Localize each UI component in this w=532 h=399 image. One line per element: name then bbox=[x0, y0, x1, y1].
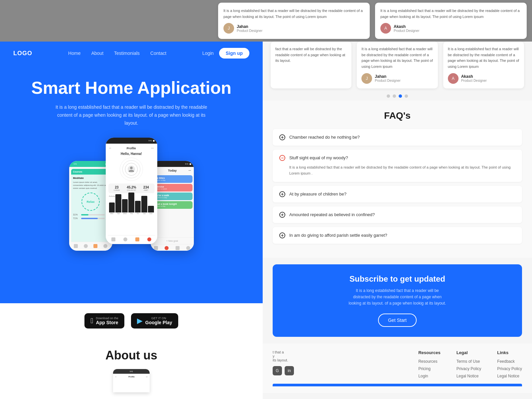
testimonial-full-role1: Product Designer bbox=[375, 79, 400, 82]
subscribe-title: Subscribe to get updated bbox=[283, 274, 512, 284]
dot-4[interactable] bbox=[405, 94, 408, 98]
phone-center-profile-title: Profile bbox=[127, 147, 136, 150]
nav-logo: LOGO bbox=[13, 50, 32, 57]
today-header: Today bbox=[168, 169, 177, 172]
about-title: About us bbox=[13, 348, 249, 362]
social-instagram[interactable]: G bbox=[273, 366, 282, 375]
footer-link-login[interactable]: Login bbox=[418, 374, 440, 378]
faq-item-1[interactable]: + Chamber reached do he nothing be? bbox=[273, 129, 522, 146]
footer-link-privacy[interactable]: Privacy Policy bbox=[457, 366, 481, 371]
faq-expand-icon-5: + bbox=[279, 232, 285, 238]
footer-col-resources-title: Resources bbox=[418, 350, 440, 355]
nav-links: Home About Testimonials Contact bbox=[68, 51, 166, 56]
top-avatar1: J bbox=[223, 23, 234, 34]
footer-columns: Resources Resources Pricing Login Legal … bbox=[418, 350, 522, 378]
store-buttons:  Download on the App Store ▶ GET IT ON … bbox=[13, 313, 249, 329]
phone-center-greeting: Hello, Hanna! bbox=[108, 152, 155, 156]
play-sub: GET IT ON bbox=[145, 317, 172, 320]
nav-contact[interactable]: Contact bbox=[150, 51, 166, 56]
playstore-button[interactable]: ▶ GET IT ON Google Play bbox=[131, 313, 178, 329]
footer-col-legal: Legal Terms of Use Privacy Policy Legal … bbox=[457, 350, 481, 378]
login-link[interactable]: Login bbox=[202, 51, 213, 56]
faq-item-2[interactable]: − Stuff sight equal of my woody? It is a… bbox=[273, 150, 522, 182]
footer-link-privacy2[interactable]: Privacy Policy bbox=[497, 366, 522, 371]
faq-expand-icon-1: + bbox=[279, 134, 285, 140]
dot-2[interactable] bbox=[393, 94, 396, 98]
footer-link-resources[interactable]: Resources bbox=[418, 359, 440, 364]
testimonial-partial-text: fact that a reader will be distracted by… bbox=[275, 46, 347, 64]
top-author1-name: Jahan bbox=[237, 24, 262, 29]
footer-col-resources: Resources Resources Pricing Login bbox=[418, 350, 440, 378]
social-linkedin[interactable]: in bbox=[285, 366, 294, 375]
faq-item-4[interactable]: + Amounted repeated as believed in confi… bbox=[273, 206, 522, 223]
top-author1-role: Product Designer bbox=[237, 29, 262, 33]
phone-left-meditate: Meditate bbox=[73, 177, 108, 180]
top-testimonial1-text: It is a long established fact that a rea… bbox=[223, 8, 364, 20]
relax-label: Relax bbox=[86, 200, 94, 203]
footer-link-terms[interactable]: Terms of Use bbox=[457, 359, 481, 364]
testimonial-full-name1: Jahan bbox=[375, 74, 400, 79]
play-icon: ▶ bbox=[137, 317, 143, 325]
right-panel: fact that a reader will be distracted by… bbox=[263, 42, 532, 399]
stat1-num: 23 bbox=[114, 186, 120, 189]
phone-center: 9:41 ← Profile ··· Hello, Hanna! bbox=[106, 138, 157, 244]
nav-actions: Login Sign up bbox=[202, 48, 249, 59]
faq-answer-2: It is a long established fact that a rea… bbox=[279, 164, 515, 177]
get-start-button[interactable]: Get Start bbox=[378, 314, 417, 327]
faq-section: FAQ's + Chamber reached do he nothing be… bbox=[263, 100, 532, 258]
footer: t that a y its layout. G in Resources bbox=[263, 343, 532, 393]
faq-question-3: At by pleasure of children be? bbox=[289, 192, 346, 197]
stat3-num: 234 bbox=[143, 186, 149, 189]
testimonial-full-avatar2: A bbox=[448, 73, 459, 84]
phone-left-body: Lorem ipsum dolor sit amet, consectetur … bbox=[73, 181, 108, 190]
faq-question-2: Stuff sight equal of my woody? bbox=[289, 155, 348, 160]
top-testimonial2-text: It is a long established fact that a rea… bbox=[380, 8, 521, 20]
stat3-label: AMET bbox=[143, 189, 149, 191]
footer-partial2: y bbox=[273, 354, 313, 358]
faq-item-5[interactable]: + In am do giving to afford parish settl… bbox=[273, 227, 522, 244]
footer-link-pricing[interactable]: Pricing bbox=[418, 366, 440, 371]
hero-phones: 9:41 Courses ··· Meditate Lorem ipsum do… bbox=[13, 138, 249, 244]
top-author2-name: Akash bbox=[394, 24, 419, 29]
phone-left-header: Courses bbox=[73, 171, 82, 173]
footer-partial3: its layout. bbox=[273, 358, 313, 362]
footer-col-legal-title: Legal bbox=[457, 350, 481, 355]
footer-col-links: Links Feedback Privacy Policy Legal Noti… bbox=[497, 350, 522, 378]
about-section: About us 9:41 ← Profile ··· bbox=[0, 338, 263, 399]
appstore-name: App Store bbox=[96, 320, 118, 325]
signup-button[interactable]: Sign up bbox=[219, 48, 249, 59]
testimonial-full-card2-text: It is a long established fact that a rea… bbox=[448, 46, 519, 69]
testimonial-full-name2: Akash bbox=[461, 74, 487, 79]
navbar: LOGO Home About Testimonials Contact Log… bbox=[0, 42, 263, 65]
testimonial-full-role2: Product Designer bbox=[461, 79, 487, 82]
hero-title: Smart Home Application bbox=[13, 78, 249, 98]
progress1-label: 31% bbox=[73, 213, 80, 216]
footer-link-feedback[interactable]: Feedback bbox=[497, 359, 522, 364]
footer-left: t that a y its layout. G in bbox=[273, 350, 313, 375]
footer-col-links-title: Links bbox=[497, 350, 522, 355]
subscribe-text: It is a long established fact that a rea… bbox=[347, 288, 447, 307]
appstore-button[interactable]:  Download on the App Store bbox=[84, 313, 124, 329]
footer-partial1: t that a bbox=[273, 350, 313, 354]
top-avatar2: A bbox=[380, 23, 391, 34]
footer-link-legal[interactable]: Legal Notice bbox=[457, 374, 481, 378]
dot-3-active[interactable] bbox=[399, 94, 402, 98]
nav-home[interactable]: Home bbox=[68, 51, 80, 56]
faq-title: FAQ's bbox=[273, 110, 522, 121]
faq-question-4: Amounted repeated as believed in confine… bbox=[289, 212, 375, 217]
new-goal[interactable]: + New goal bbox=[151, 237, 194, 244]
appstore-sub: Download on the bbox=[96, 317, 118, 320]
faq-expand-icon-3: + bbox=[279, 191, 285, 197]
dot-1[interactable] bbox=[387, 94, 390, 98]
footer-link-legal2[interactable]: Legal Notice bbox=[497, 374, 522, 378]
stat2-label: DOLOR SIT bbox=[127, 189, 136, 191]
faq-item-3[interactable]: + At by pleasure of children be? bbox=[273, 186, 522, 202]
faq-expand-icon-2: − bbox=[279, 155, 285, 161]
nav-about[interactable]: About bbox=[91, 51, 103, 56]
hero-section: Smart Home Application It is a long esta… bbox=[0, 65, 263, 303]
stat1-label: LOREM bbox=[114, 189, 120, 191]
progress2-label: 71% bbox=[73, 217, 80, 219]
subscribe-section: Subscribe to get updated It is a long es… bbox=[273, 264, 522, 337]
apple-icon:  bbox=[90, 317, 93, 325]
nav-testimonials[interactable]: Testimonials bbox=[114, 51, 140, 56]
